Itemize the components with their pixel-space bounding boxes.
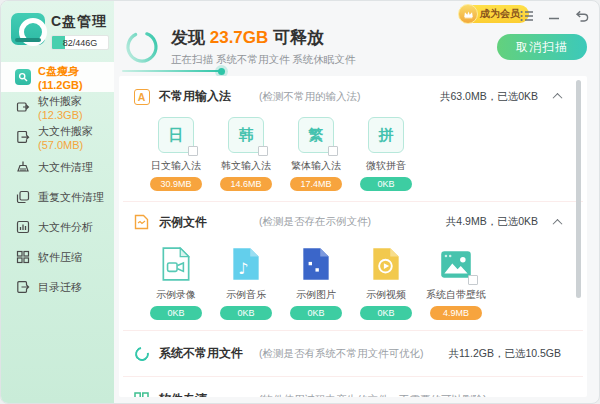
tile-label: 示例录像 xyxy=(156,288,196,302)
tile-sample-recording[interactable]: 示例录像 0KB xyxy=(141,245,211,320)
results-panel: A 不常用输入法 (检测不常用的输入法) 共63.0MB，已选0KB 日 日文输… xyxy=(119,76,587,397)
sidebar-item-directory-migrate[interactable]: 目录迁移 xyxy=(1,272,114,302)
ime-section-icon: A xyxy=(133,88,150,105)
scan-status-text: 正在扫描 系统不常用文件 系统休眠文件 xyxy=(171,53,355,67)
checkbox[interactable] xyxy=(188,146,198,156)
section-desc: (检测不常用的输入法) xyxy=(259,90,361,104)
sidebar-item-app-mover[interactable]: 软件搬家(12.3GB) xyxy=(1,92,114,122)
tile-korean-ime[interactable]: 韩 韩文输入法 14.6MB xyxy=(211,116,281,191)
scanning-spinner-icon xyxy=(133,345,150,362)
sidebar-item-size: (11.2GB) xyxy=(38,79,83,91)
sample-files-section-icon xyxy=(133,214,150,231)
tile-ms-pinyin[interactable]: 拼 微软拼音 0KB xyxy=(351,116,421,191)
sample-file-tiles: 示例录像 0KB ♪ 示例音乐 0KB 示例图片 xyxy=(133,242,561,330)
tile-japanese-ime[interactable]: 日 日文输入法 30.9MB xyxy=(141,116,211,191)
section-desc: (软件使用过程中产生的文件，不需要的可以删除) xyxy=(259,393,487,398)
sidebar-item-big-file-mover[interactable]: 大文件搬家(57.0MB) xyxy=(1,122,114,152)
pinyin-ime-icon: 拼 xyxy=(368,117,404,153)
scan-icon xyxy=(15,69,31,85)
section-title: 系统不常用文件 xyxy=(159,345,259,362)
tile-sample-video[interactable]: 示例视频 0KB xyxy=(351,245,421,320)
sidebar-item-label: 大文件清理 xyxy=(38,161,93,173)
tile-label: 繁体输入法 xyxy=(291,159,341,173)
sidebar-item-duplicate-clean[interactable]: 重复文件清理 xyxy=(1,182,114,212)
disk-usage-badge: 82/446G xyxy=(51,35,109,50)
sample-video-icon xyxy=(367,245,405,283)
collapse-chevron-icon[interactable] xyxy=(553,93,563,103)
tile-system-wallpaper[interactable]: 系统自带壁纸 4.9MB xyxy=(421,245,491,320)
broom-icon xyxy=(15,159,31,175)
grid-icon xyxy=(15,249,31,265)
sidebar-item-c-drive-slim[interactable]: C盘瘦身(11.2GB) xyxy=(1,62,114,92)
progress-dot xyxy=(218,68,225,75)
size-badge: 0KB xyxy=(360,306,412,320)
main-area: 成为会员 发现 23.7GB 可释放 正在扫描 系统不常用文件 系统休眠文件 xyxy=(114,1,599,403)
checkbox[interactable] xyxy=(258,146,268,156)
sidebar-item-big-file-clean[interactable]: 大文件清理 xyxy=(1,152,114,182)
checkbox[interactable] xyxy=(328,146,338,156)
sidebar: C盘管理 82/446G C盘瘦身(11.2GB) 软件搬家(12.3GB) xyxy=(1,1,114,403)
size-badge: 0KB xyxy=(150,306,202,320)
minimize-icon[interactable] xyxy=(546,9,562,23)
section-summary: 共63.0MB，已选0KB xyxy=(440,90,538,104)
sidebar-item-app-compress[interactable]: 软件压缩 xyxy=(1,242,114,272)
sidebar-item-label: 大文件分析 xyxy=(38,221,93,233)
section-summary: 共4.9MB，已选0KB xyxy=(446,215,538,229)
size-badge: 4.9MB xyxy=(430,306,482,320)
member-label: 成为会员 xyxy=(480,7,520,21)
sidebar-item-label: 重复文件清理 xyxy=(38,191,104,203)
disk-drive-icon xyxy=(11,13,45,45)
checkbox[interactable] xyxy=(468,275,478,285)
sidebar-item-size: (12.3GB) xyxy=(38,109,83,121)
section-title: 不常用输入法 xyxy=(159,88,259,105)
sidebar-item-label: C盘瘦身 xyxy=(38,65,79,77)
app-window: C盘管理 82/446G C盘瘦身(11.2GB) 软件搬家(12.3GB) xyxy=(0,0,600,404)
scrollbar-thumb[interactable] xyxy=(576,80,581,298)
ime-tiles: 日 日文输入法 30.9MB 韩 韩文输入法 14.6MB 繁 繁体输入法 17… xyxy=(133,113,561,201)
section-unused-ime: A 不常用输入法 (检测不常用的输入法) 共63.0MB，已选0KB 日 日文输… xyxy=(119,76,587,201)
tile-label: 示例视频 xyxy=(366,288,406,302)
found-title: 发现 23.7GB 可释放 xyxy=(171,26,355,49)
section-desc: (检测是否有系统不常用文件可优化) xyxy=(259,347,424,361)
tile-label: 韩文输入法 xyxy=(221,159,271,173)
tile-label: 日文输入法 xyxy=(151,159,201,173)
scan-progress-ring xyxy=(124,29,160,65)
tile-sample-picture[interactable]: 示例图片 0KB xyxy=(281,245,351,320)
sidebar-menu: C盘瘦身(11.2GB) 软件搬家(12.3GB) 大文件搬家(57.0MB) … xyxy=(1,62,114,302)
section-software-clean: 软件专清 (软件使用过程中产生的文件，不需要的可以删除) xyxy=(119,377,587,397)
svg-text:♪: ♪ xyxy=(239,259,249,278)
cancel-scan-button[interactable]: 取消扫描 xyxy=(497,34,587,60)
tile-sample-music[interactable]: ♪ 示例音乐 0KB xyxy=(211,245,281,320)
scan-progress-line xyxy=(122,70,222,72)
sidebar-item-label: 目录迁移 xyxy=(38,281,82,293)
crown-icon xyxy=(458,4,478,24)
sidebar-header: C盘管理 82/446G xyxy=(1,1,114,50)
sample-picture-icon xyxy=(297,245,335,283)
tile-label: 微软拼音 xyxy=(366,159,406,173)
sample-recording-icon xyxy=(157,245,195,283)
window-controls xyxy=(519,9,589,23)
tile-label: 系统自带壁纸 xyxy=(426,288,486,302)
sample-music-icon: ♪ xyxy=(227,245,265,283)
size-badge: 17.4MB xyxy=(290,177,342,191)
tile-label: 示例图片 xyxy=(296,288,336,302)
app-title: C盘管理 xyxy=(51,13,109,31)
section-title: 软件专清 xyxy=(159,391,259,397)
tile-traditional-ime[interactable]: 繁 繁体输入法 17.4MB xyxy=(281,116,351,191)
collapse-chevron-icon[interactable] xyxy=(553,218,563,228)
back-icon[interactable] xyxy=(573,9,589,23)
sidebar-item-size: (57.0MB) xyxy=(38,139,83,151)
size-badge: 0KB xyxy=(290,306,342,320)
found-amount: 23.7GB xyxy=(210,28,269,47)
section-system-unused: 系统不常用文件 (检测是否有系统不常用文件可优化) 共11.2GB，已选10.5… xyxy=(119,331,587,376)
bar-chart-icon xyxy=(15,219,31,235)
folder-move-icon xyxy=(15,279,31,295)
task-list-icon[interactable] xyxy=(519,9,535,23)
section-desc: (检测是否存在示例文件) xyxy=(259,215,371,229)
software-clean-section-icon xyxy=(133,391,150,397)
sidebar-item-label: 软件压缩 xyxy=(38,251,82,263)
sidebar-item-big-file-analyze[interactable]: 大文件分析 xyxy=(1,212,114,242)
sidebar-item-label: 软件搬家 xyxy=(38,95,82,107)
section-sample-files: 示例文件 (检测是否存在示例文件) 共4.9MB，已选0KB 示例录像 0KB xyxy=(119,202,587,330)
size-badge: 0KB xyxy=(360,177,412,191)
